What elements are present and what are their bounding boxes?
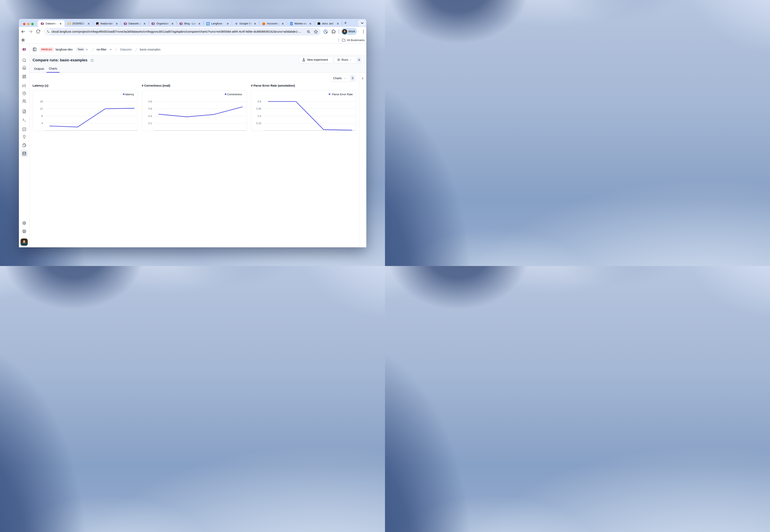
- svg-text:0.45: 0.45: [256, 107, 261, 110]
- svg-text:8: 8: [41, 115, 43, 118]
- svg-text:Parse Error Rate: Parse Error Rate: [332, 93, 353, 96]
- svg-text:6: 6: [208, 23, 209, 25]
- svg-text:0.6: 0.6: [148, 107, 152, 110]
- svg-text:0.3: 0.3: [258, 115, 261, 118]
- svg-text:0.4: 0.4: [148, 115, 152, 118]
- svg-text:12: 12: [40, 107, 43, 110]
- svg-text:4: 4: [41, 122, 43, 125]
- svg-text:0.2: 0.2: [148, 122, 152, 125]
- svg-text:latency: latency: [125, 93, 134, 96]
- svg-text:16: 16: [40, 100, 43, 103]
- svg-text:0.8: 0.8: [148, 100, 152, 103]
- svg-text:0.15: 0.15: [256, 122, 261, 125]
- svg-text:Correctness: Correctness: [227, 93, 242, 96]
- svg-text:0.6: 0.6: [258, 100, 261, 103]
